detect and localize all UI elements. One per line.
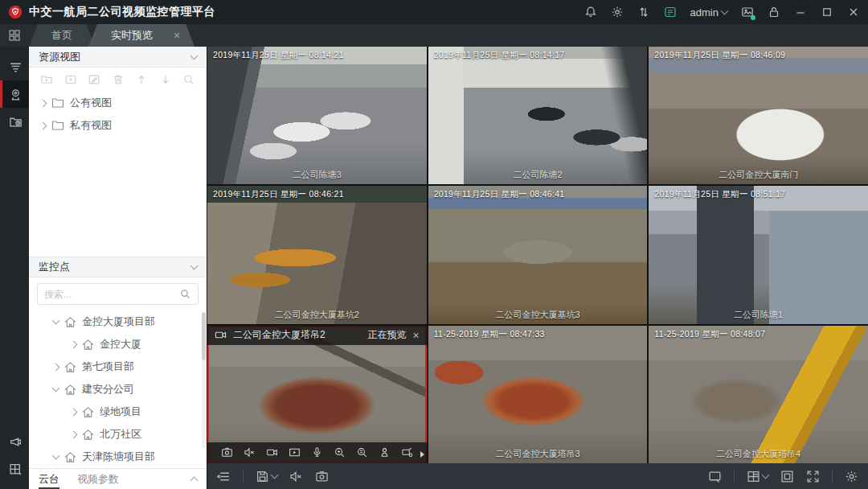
- tree-item-site[interactable]: 绿地项目: [29, 401, 207, 423]
- minimize-button[interactable]: [794, 6, 807, 18]
- preset-icon[interactable]: [379, 446, 391, 458]
- app-window: 中交一航局二公司视频监控管理平台 admin 首页 实时预览 ×: [0, 0, 868, 489]
- close-button[interactable]: [847, 6, 860, 18]
- video-cell-6[interactable]: 2019年11月25日 星期一 08:51:17 二公司陈塘1: [649, 186, 868, 323]
- menu-filter-icon[interactable]: [0, 53, 29, 80]
- tree-item-project[interactable]: 金控大厦项目部: [29, 310, 207, 333]
- monitor-points-header[interactable]: 监控点: [29, 257, 207, 277]
- chevron-down-icon[interactable]: [271, 471, 279, 479]
- zoom-in-icon[interactable]: [334, 446, 346, 458]
- tab-video-params[interactable]: 视频参数: [77, 469, 119, 489]
- video-cell-5[interactable]: 2019年11月25日 星期一 08:46:41 二公司金控大厦基坑3: [428, 186, 648, 323]
- tab-home[interactable]: 首页: [29, 24, 95, 47]
- timestamp-overlay: 11-25-2019 星期一 08:48:07: [654, 329, 765, 340]
- tab-ptz[interactable]: 云台: [39, 469, 59, 489]
- scale-mode-icon[interactable]: [780, 470, 794, 483]
- preview-status: 正在预览: [367, 328, 406, 342]
- close-stream-icon[interactable]: ×: [412, 329, 419, 342]
- chevron-right-icon: [70, 340, 78, 348]
- video-cell-9[interactable]: 11-25-2019 星期一 08:48:07 二公司金控大厦塔吊4: [649, 326, 868, 463]
- scrollbar-thumb[interactable]: [202, 312, 206, 360]
- add-view-group-icon[interactable]: [40, 73, 53, 86]
- camera-name-overlay: 二公司金控大厦塔吊3: [428, 448, 648, 460]
- camera-name-overlay: 二公司金控大厦南门: [649, 169, 868, 181]
- chevron-right-icon: [52, 363, 60, 371]
- divider: [243, 470, 244, 483]
- site-icon: [64, 384, 76, 396]
- move-up-icon[interactable]: [135, 73, 148, 86]
- tree-item-private-views[interactable]: 私有视图: [29, 114, 207, 137]
- video-cell-2[interactable]: 2019年11月25日 星期一 08:14:17 二公司陈塘2: [428, 47, 648, 184]
- timestamp-overlay: 2019年11月25日 星期一 08:46:21: [213, 189, 344, 200]
- more-arrow-icon[interactable]: [420, 451, 424, 458]
- view-tree: 公有视图 私有视图: [29, 92, 207, 137]
- wall-layout-icon[interactable]: [0, 455, 29, 483]
- add-view-icon[interactable]: [64, 73, 77, 86]
- sort-arrows-icon[interactable]: [637, 6, 650, 18]
- camera-name-overlay: 二公司陈塘1: [649, 309, 868, 321]
- zoom-3d-icon[interactable]: [356, 446, 368, 458]
- timestamp-overlay: 11-25-2019 星期一 08:47:33: [434, 329, 545, 340]
- screen-select-icon[interactable]: [708, 470, 722, 483]
- settings-gear-icon[interactable]: [845, 470, 858, 483]
- layout-grid-icon[interactable]: [747, 470, 768, 483]
- broadcast-icon[interactable]: [0, 428, 29, 455]
- bottom-toolbar-right: [708, 470, 858, 483]
- resource-view-header[interactable]: 资源视图: [29, 47, 207, 68]
- search-icon[interactable]: [179, 288, 191, 300]
- stream-list-icon[interactable]: [217, 470, 231, 483]
- playback-folder-icon[interactable]: [0, 108, 29, 135]
- search-icon[interactable]: [182, 73, 195, 86]
- talk-mic-icon[interactable]: [311, 446, 323, 458]
- snapshot-icon[interactable]: [221, 446, 233, 458]
- video-cell-3[interactable]: 2019年11月25日 星期一 08:46:09 二公司金控大厦南门: [649, 47, 868, 184]
- snapshot-status-icon[interactable]: [741, 6, 754, 18]
- search-input[interactable]: [44, 289, 179, 300]
- mute-icon[interactable]: [244, 446, 256, 458]
- settings-gear-icon[interactable]: [611, 6, 624, 18]
- tab-close-icon[interactable]: ×: [174, 29, 180, 42]
- camera-name-overlay: 二公司陈塘3: [207, 169, 427, 181]
- monitor-points-tree: 金控大厦项目部 金控大厦 第七项目部 建安分公司: [29, 310, 207, 468]
- save-view-icon[interactable]: [256, 470, 277, 483]
- collapse-up-chevron-icon[interactable]: [190, 476, 199, 484]
- playback-icon[interactable]: [289, 446, 301, 458]
- user-menu[interactable]: admin: [690, 6, 727, 18]
- camera-monitor-icon[interactable]: [0, 80, 29, 108]
- video-cell-7-selected[interactable]: 二公司金控大厦塔吊2 正在预览 ×: [207, 326, 427, 463]
- move-down-icon[interactable]: [159, 73, 172, 86]
- monitor-points-title: 监控点: [39, 260, 70, 274]
- tree-item-project[interactable]: 建安分公司: [29, 378, 207, 401]
- camera-name-overlay: 二公司金控大厦基坑2: [207, 309, 427, 321]
- tree-item-project[interactable]: 天津陈塘项目部: [29, 446, 207, 468]
- alarm-bell-icon[interactable]: [584, 6, 597, 18]
- tree-item-public-views[interactable]: 公有视图: [29, 92, 207, 114]
- maximize-button[interactable]: [821, 6, 833, 18]
- tree-item-site[interactable]: 北万社区: [29, 423, 207, 446]
- scrollbar[interactable]: [202, 312, 206, 449]
- lock-icon[interactable]: [768, 6, 780, 18]
- chevron-down-icon[interactable]: [762, 471, 770, 479]
- tab-live-preview[interactable]: 实时预览 ×: [88, 24, 194, 47]
- video-cell-4[interactable]: 2019年11月25日 星期一 08:46:21 二公司金控大厦基坑2: [207, 186, 427, 323]
- panel-spacer: [29, 137, 207, 257]
- titlebar-actions: admin: [584, 6, 860, 18]
- ptz-control-icon[interactable]: [401, 446, 413, 458]
- left-panel: 资源视图 公有视图: [29, 47, 207, 489]
- tree-item-project[interactable]: 第七项目部: [29, 355, 207, 378]
- camera-name: 二公司金控大厦塔吊2: [233, 328, 326, 342]
- snapshot-all-icon[interactable]: [315, 470, 329, 483]
- tree-item-site[interactable]: 金控大厦: [29, 333, 207, 355]
- green-monitor-icon[interactable]: [664, 6, 677, 18]
- fullscreen-icon[interactable]: [806, 470, 820, 483]
- video-cell-1[interactable]: 2019年11月25日 星期一 08:14:21 二公司陈塘3: [207, 47, 427, 184]
- record-icon[interactable]: [266, 446, 278, 458]
- site-icon: [82, 339, 94, 351]
- delete-view-icon[interactable]: [112, 73, 125, 86]
- edit-view-icon[interactable]: [88, 73, 100, 86]
- video-cell-8[interactable]: 11-25-2019 星期一 08:47:33 二公司金控大厦塔吊3: [428, 326, 648, 463]
- layout-menu-icon[interactable]: [0, 24, 29, 47]
- timestamp-overlay: 2019年11月25日 星期一 08:14:17: [434, 50, 565, 61]
- camera-icon: [215, 330, 227, 340]
- mute-all-icon[interactable]: [289, 470, 303, 483]
